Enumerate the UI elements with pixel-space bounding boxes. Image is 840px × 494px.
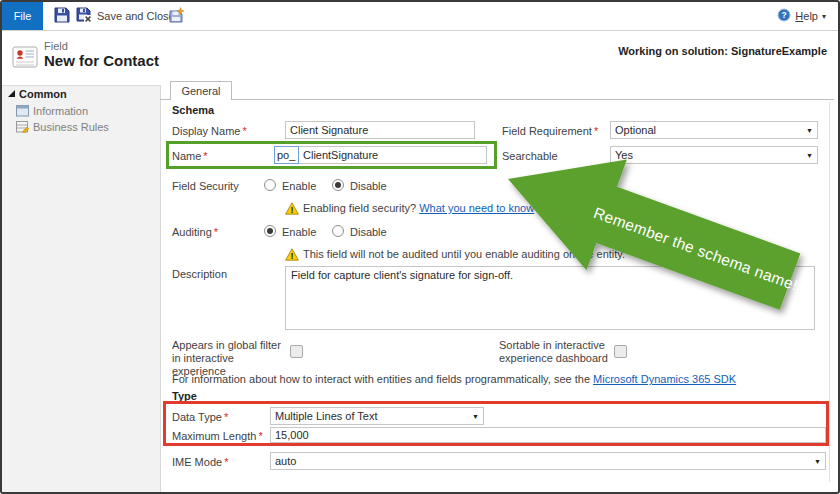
data-type-label: Data Type* (172, 411, 228, 423)
working-on-solution-label: Working on solution: SignatureExample (618, 45, 827, 57)
ime-mode-label: IME Mode* (172, 456, 228, 468)
page-title: New for Contact (44, 52, 159, 69)
dropdown-caret-icon: ▼ (814, 458, 821, 465)
dropdown-caret-icon: ▼ (806, 127, 813, 134)
record-card-icon (12, 44, 38, 74)
warning-icon: ! (285, 201, 299, 214)
help-menu[interactable]: ? Help ▾ (777, 2, 826, 30)
name-prefix-input[interactable]: po_ (274, 146, 299, 164)
sidebar-item-information[interactable]: Information (33, 105, 88, 117)
field-requirement-label: Field Requirement* (502, 125, 598, 137)
app-window: File Save and Close ? Help ▾ Field New f… (0, 0, 840, 494)
required-asterisk: * (224, 411, 228, 423)
save-and-close-icon (76, 7, 92, 25)
required-asterisk: * (214, 226, 218, 238)
sidebar (2, 86, 160, 492)
save-and-close-button[interactable]: Save and Close (76, 2, 175, 30)
global-filter-checkbox[interactable] (290, 345, 303, 358)
auditing-warning: This field will not be audited until you… (303, 248, 625, 260)
sidebar-item-label: Business Rules (33, 121, 109, 133)
auditing-disable-label: Disable (350, 226, 387, 238)
form-right-border (829, 102, 830, 482)
sdk-note: For information about how to interact wi… (172, 373, 736, 385)
name-label: Name* (172, 150, 208, 162)
field-requirement-select[interactable]: Optional▼ (610, 121, 818, 139)
auditing-disable-radio[interactable] (332, 225, 344, 237)
what-you-need-to-know-link[interactable]: What you need to know (419, 202, 534, 214)
form-icon (16, 105, 29, 119)
field-security-disable-radio[interactable] (332, 179, 344, 191)
file-menu-label: File (14, 10, 32, 22)
description-label: Description (172, 268, 227, 280)
auditing-enable-radio[interactable] (264, 225, 276, 237)
dynamics-sdk-link[interactable]: Microsoft Dynamics 365 SDK (593, 373, 736, 385)
field-security-label: Field Security (172, 180, 239, 192)
sortable-label: Sortable in interactive experience dashb… (499, 339, 621, 365)
required-asterisk: * (242, 125, 246, 137)
save-and-new-icon (168, 7, 185, 25)
field-security-disable-label: Disable (350, 180, 387, 192)
warning-icon: ! (285, 247, 299, 260)
svg-text:!: ! (291, 205, 294, 215)
sidebar-item-business-rules[interactable]: Business Rules (33, 121, 109, 133)
field-security-enable-label: Enable (282, 180, 316, 192)
display-name-label: Display Name* (172, 125, 247, 137)
required-asterisk: * (594, 125, 598, 137)
maximum-length-input[interactable]: 15,000 (270, 427, 826, 443)
business-rules-icon (16, 121, 29, 135)
schema-section-heading: Schema (172, 104, 214, 116)
save-and-new-button[interactable] (168, 2, 185, 30)
searchable-label: Searchable (502, 150, 558, 162)
ime-mode-select[interactable]: auto▼ (270, 452, 826, 470)
chevron-down-icon: ▾ (822, 12, 826, 21)
file-menu-button[interactable]: File (2, 2, 43, 30)
help-label: Help (795, 10, 818, 22)
data-type-select[interactable]: Multiple Lines of Text▼ (270, 407, 484, 425)
required-asterisk: * (224, 456, 228, 468)
auditing-label: Auditing* (172, 226, 218, 238)
svg-text:!: ! (291, 251, 294, 261)
sidebar-group-common[interactable]: Common (19, 88, 67, 100)
tab-strip-divider (160, 99, 834, 100)
sidebar-item-label: Information (33, 105, 88, 117)
maximum-length-label: Maximum Length* (172, 430, 263, 442)
sidebar-divider (160, 85, 161, 492)
svg-text:?: ? (782, 10, 787, 20)
field-security-enable-radio[interactable] (264, 179, 276, 191)
auditing-enable-label: Enable (282, 226, 316, 238)
record-type-label: Field (44, 40, 68, 52)
name-input[interactable]: ClientSignature (298, 146, 487, 164)
dropdown-caret-icon: ▼ (472, 413, 479, 420)
sortable-checkbox[interactable] (614, 345, 627, 358)
save-and-close-label: Save and Close (97, 10, 175, 22)
sidebar-top-divider (2, 85, 160, 86)
dropdown-caret-icon: ▼ (806, 152, 813, 159)
save-icon (54, 7, 70, 25)
tab-general[interactable]: General (170, 81, 232, 100)
tree-expander-icon[interactable] (8, 90, 15, 97)
save-button[interactable] (54, 2, 70, 30)
type-section-heading: Type (172, 390, 197, 402)
help-icon: ? (777, 8, 791, 24)
required-asterisk: * (203, 150, 207, 162)
required-asterisk: * (258, 430, 262, 442)
description-textarea[interactable]: Field for capture client's signature for… (285, 266, 815, 330)
display-name-input[interactable]: Client Signature (285, 121, 475, 139)
toolbar-divider (2, 30, 838, 31)
field-security-warning: Enabling field security? What you need t… (303, 202, 534, 214)
searchable-select[interactable]: Yes▼ (610, 146, 818, 164)
